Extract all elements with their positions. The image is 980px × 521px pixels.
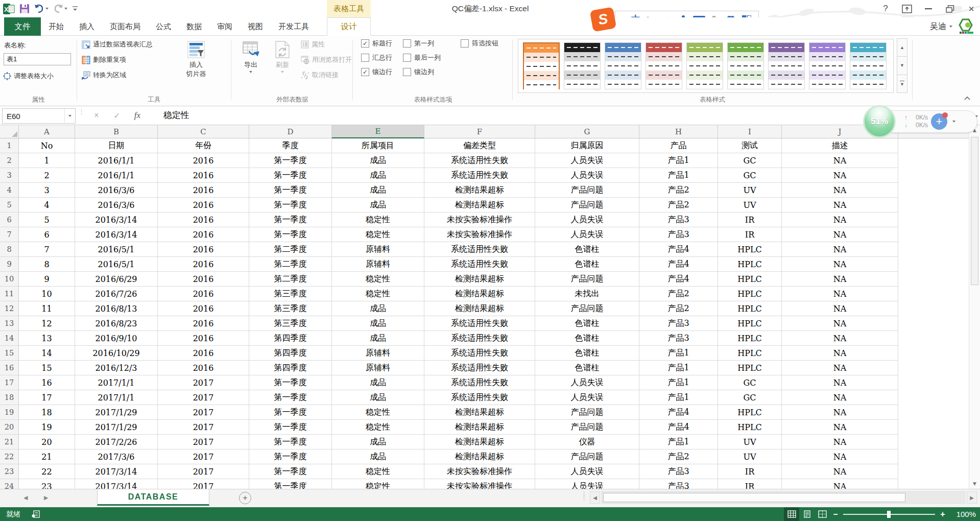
cell-F20[interactable]: 检测结果超标 xyxy=(424,420,535,435)
cell-C13[interactable]: 2016 xyxy=(158,316,249,331)
row-header-7[interactable]: 7 xyxy=(0,227,19,242)
excel-app-icon[interactable]: X xyxy=(3,3,15,15)
checkbox-镶边行[interactable]: ✓镶边行 xyxy=(361,67,392,77)
cell-J18[interactable]: NA xyxy=(782,390,898,405)
cell-G18[interactable]: 人员失误 xyxy=(535,390,639,405)
cell-H6[interactable]: 产品3 xyxy=(639,212,718,227)
row-header-2[interactable]: 2 xyxy=(0,153,19,168)
cell-B11[interactable]: 2016/7/26 xyxy=(75,287,158,301)
cell-I18[interactable]: GC xyxy=(718,390,782,405)
tab-开发工具[interactable]: 开发工具 xyxy=(271,17,317,36)
cell-J16[interactable]: NA xyxy=(782,361,898,375)
empty-area[interactable] xyxy=(898,301,980,316)
cell-C6[interactable]: 2016 xyxy=(158,212,249,227)
cell-G6[interactable]: 人员失误 xyxy=(535,212,639,227)
cell-F5[interactable]: 检测结果超标 xyxy=(424,198,535,212)
cell-A10[interactable]: 9 xyxy=(19,272,75,287)
cell-A1[interactable]: No xyxy=(19,138,75,153)
cell-I16[interactable]: HPLC xyxy=(718,361,782,375)
checkbox-box[interactable] xyxy=(403,39,411,48)
sheet-tab-database[interactable]: DATABASE xyxy=(97,489,209,506)
cell-D12[interactable]: 第三季度 xyxy=(249,301,332,316)
zoom-out-button[interactable]: − xyxy=(830,510,841,519)
row-header-17[interactable]: 17 xyxy=(0,375,19,390)
empty-area[interactable] xyxy=(898,346,980,361)
cell-H2[interactable]: 产品1 xyxy=(639,153,718,168)
cell-A4[interactable]: 3 xyxy=(19,183,75,198)
empty-area[interactable] xyxy=(898,287,980,301)
cell-J2[interactable]: NA xyxy=(782,153,898,168)
cell-B19[interactable]: 2017/1/29 xyxy=(75,405,158,420)
cell-H19[interactable]: 产品4 xyxy=(639,405,718,420)
cell-J23[interactable]: NA xyxy=(782,464,898,479)
row-header-1[interactable]: 1 xyxy=(0,138,19,153)
cell-H14[interactable]: 产品3 xyxy=(639,331,718,346)
cell-I2[interactable]: GC xyxy=(718,153,782,168)
cell-E11[interactable]: 稳定性 xyxy=(332,287,424,301)
zoom-in-button[interactable]: + xyxy=(937,510,948,519)
cell-B17[interactable]: 2017/1/1 xyxy=(75,375,158,390)
undo-button[interactable] xyxy=(34,4,49,13)
cell-B5[interactable]: 2016/3/6 xyxy=(75,198,158,212)
macro-record-icon[interactable] xyxy=(32,510,40,518)
tab-开始[interactable]: 开始 xyxy=(41,17,71,36)
cell-D18[interactable]: 第一季度 xyxy=(249,390,332,405)
cell-A8[interactable]: 7 xyxy=(19,242,75,257)
tab-审阅[interactable]: 审阅 xyxy=(209,17,240,36)
cell-C14[interactable]: 2016 xyxy=(158,331,249,346)
cell-C12[interactable]: 2016 xyxy=(158,301,249,316)
cell-B4[interactable]: 2016/3/6 xyxy=(75,183,158,198)
cell-E24[interactable]: 稳定性 xyxy=(332,479,424,489)
cell-F12[interactable]: 检测结果超标 xyxy=(424,301,535,316)
empty-area[interactable] xyxy=(898,227,980,242)
row-header-23[interactable]: 23 xyxy=(0,464,19,479)
tab-页面布局[interactable]: 页面布局 xyxy=(102,17,148,36)
cell-J15[interactable]: NA xyxy=(782,346,898,361)
empty-area[interactable] xyxy=(898,449,980,464)
row-header-11[interactable]: 11 xyxy=(0,287,19,301)
cell-J19[interactable]: NA xyxy=(782,405,898,420)
formula-bar-drag-handle[interactable]: ⋮ xyxy=(78,110,82,113)
cancel-entry-button[interactable]: × xyxy=(88,108,105,123)
cell-G9[interactable]: 色谱柱 xyxy=(535,257,639,272)
cell-H9[interactable]: 产品4 xyxy=(639,257,718,272)
cell-I6[interactable]: IR xyxy=(718,212,782,227)
cell-D24[interactable]: 第一季度 xyxy=(249,479,332,489)
account-avatar-logo[interactable] xyxy=(955,18,977,35)
cell-I4[interactable]: UV xyxy=(718,183,782,198)
undo-dropdown-caret[interactable] xyxy=(45,8,49,10)
cell-B7[interactable]: 2016/3/14 xyxy=(75,227,158,242)
checkbox-box[interactable]: ✓ xyxy=(361,68,369,76)
cell-H7[interactable]: 产品3 xyxy=(639,227,718,242)
export-button[interactable]: 导出 xyxy=(236,39,265,73)
cell-E21[interactable]: 成品 xyxy=(332,435,424,449)
cell-D23[interactable]: 第一季度 xyxy=(249,464,332,479)
cell-G23[interactable]: 人员失误 xyxy=(535,464,639,479)
cell-F7[interactable]: 未按实验标准操作 xyxy=(424,227,535,242)
cell-J6[interactable]: NA xyxy=(782,212,898,227)
name-box-dropdown[interactable] xyxy=(64,109,75,123)
scroll-down-arrow[interactable]: ▼ xyxy=(969,479,980,489)
cell-I22[interactable]: UV xyxy=(718,449,782,464)
insert-function-button[interactable]: fx xyxy=(129,108,146,123)
column-header-D[interactable]: D xyxy=(249,125,332,138)
new-sheet-button[interactable]: + xyxy=(239,492,251,504)
cell-H5[interactable]: 产品2 xyxy=(639,198,718,212)
cell-H3[interactable]: 产品1 xyxy=(639,168,718,183)
normal-view-button[interactable] xyxy=(784,507,799,521)
cell-D20[interactable]: 第一季度 xyxy=(249,420,332,435)
cell-B18[interactable]: 2017/1/1 xyxy=(75,390,158,405)
cell-F23[interactable]: 未按实验标准操作 xyxy=(424,464,535,479)
row-header-21[interactable]: 21 xyxy=(0,435,19,449)
cell-B21[interactable]: 2017/2/26 xyxy=(75,435,158,449)
table-style-swatch-orange[interactable] xyxy=(523,42,560,89)
column-header-F[interactable]: F xyxy=(424,125,535,138)
cell-F4[interactable]: 检测结果超标 xyxy=(424,183,535,198)
table-style-swatch-red[interactable] xyxy=(646,42,682,89)
cell-J1[interactable]: 描述 xyxy=(782,138,898,153)
export-dropdown-caret[interactable] xyxy=(249,71,252,73)
empty-area[interactable] xyxy=(898,390,980,405)
checkbox-box[interactable]: ✓ xyxy=(361,39,369,48)
sheet-nav-right-arrow[interactable]: ▶ xyxy=(44,494,48,501)
cell-E22[interactable]: 成品 xyxy=(332,449,424,464)
